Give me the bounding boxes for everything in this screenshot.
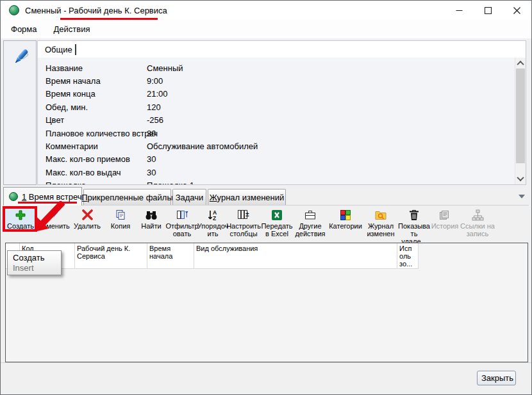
field-value[interactable]: 30 (147, 154, 156, 164)
field-value[interactable]: 30 (147, 129, 156, 138)
close-form-button[interactable]: Закрыть (477, 371, 516, 385)
menu-bar: Форма Действия (1, 20, 531, 38)
field-value[interactable]: Обслуживание автомобилей (147, 141, 258, 151)
column-header-workday[interactable]: Рабочий день К. Сервиса (75, 243, 147, 269)
filter-icon (176, 208, 188, 222)
close-button[interactable] (503, 1, 531, 20)
pen-icon (8, 46, 32, 72)
window-title: Сменный - Рабочий день К. Сервиса (25, 6, 167, 15)
field-value[interactable]: 9:00 (147, 76, 163, 86)
table-header-filler (419, 243, 528, 269)
copy-button[interactable]: Копия (104, 208, 137, 230)
field-label: Время конца (46, 89, 147, 99)
sort-az-icon: AZ (207, 208, 219, 222)
history-icon (438, 208, 451, 222)
delete-x-icon (81, 208, 94, 222)
property-grid: НазваниеСменный Время начала9:00 Время к… (38, 58, 515, 184)
field-value[interactable]: 120 (147, 102, 161, 112)
categories-button[interactable]: Категории (328, 208, 363, 230)
form-scrollbar[interactable] (515, 58, 526, 184)
column-header-usage[interactable]: Исп оль зо... (397, 243, 419, 269)
form-tab-row: Общие (38, 41, 526, 58)
field-row: НазваниеСменный (38, 61, 515, 74)
maximize-button[interactable] (474, 1, 503, 20)
footer-bar: Закрыть (1, 362, 531, 394)
export-excel-button[interactable]: Передать в Excel (261, 208, 293, 238)
minimize-button[interactable] (445, 1, 474, 20)
scroll-up-button[interactable] (515, 58, 526, 69)
field-label: Комментарии (46, 141, 147, 151)
show-deleted-button[interactable]: Показыва ть удале... (398, 208, 430, 245)
field-row: Макс. кол-во выдач30 (38, 166, 515, 179)
titlebar: Сменный - Рабочий день К. Сервиса (1, 1, 531, 20)
column-header-service-type[interactable]: Вид обслуживания (194, 243, 397, 269)
maximize-icon (485, 7, 492, 14)
tab-attached-files[interactable]: Прикрепленные файлы (83, 189, 171, 206)
categories-icon (340, 208, 351, 222)
create-tooltip: Создать Insert (7, 250, 62, 275)
field-value[interactable]: Площадка 1 (147, 181, 194, 184)
field-value[interactable]: 21:00 (147, 89, 168, 99)
change-journal-button[interactable]: Журнал изменен ... (365, 208, 397, 245)
app-icon (9, 5, 19, 15)
field-row: ПлощадкаПлощадка 1 (38, 179, 515, 184)
minimize-icon (456, 7, 463, 14)
field-row: Цвет-256 (38, 114, 515, 127)
tab-general[interactable]: Общие (45, 45, 72, 54)
field-label: Время начала (46, 76, 147, 86)
annotation-arrow (26, 201, 71, 234)
binoculars-icon (145, 208, 158, 222)
field-row: Время конца21:00 (38, 88, 515, 101)
field-value[interactable]: 30 (147, 168, 156, 177)
history-button: История (431, 208, 458, 230)
field-label: Цвет (46, 115, 147, 125)
field-row: Плановое количество встреч30 (38, 127, 515, 140)
tab-overflow-caret[interactable] (519, 195, 525, 198)
columns-icon: ± (237, 208, 250, 222)
annotation-title-underline (60, 18, 158, 20)
tree-links-icon (471, 208, 484, 222)
chevron-up-icon (517, 61, 524, 68)
field-label: Макс. кол-во приемов (46, 154, 147, 164)
form-icon-panel (3, 40, 37, 185)
svg-text:Z: Z (213, 215, 216, 221)
tab-divider (75, 44, 76, 55)
configure-columns-button[interactable]: ± Настроить столбцы (228, 208, 260, 238)
menu-actions[interactable]: Действия (46, 22, 99, 36)
detail-tab-strip: 1 Время встреч Прикрепленные файлы Задач… (3, 187, 529, 206)
field-row: Время начала9:00 (38, 74, 515, 87)
scrollbar-thumb[interactable] (516, 69, 525, 163)
field-row: Обед, мин.120 (38, 101, 515, 113)
field-row: КомментарииОбслуживание автомобилей (38, 140, 515, 152)
tab-sphere-icon (9, 192, 18, 201)
grid-toolbar: Создать Изменить Удалить Копия Найти Отф… (3, 205, 529, 243)
column-header-start-time[interactable]: Время начала (147, 243, 194, 269)
other-actions-button[interactable]: Другие действия (294, 208, 326, 238)
window-controls (445, 1, 531, 20)
record-links-button: Ссылки на запись (460, 208, 495, 238)
app-window: Сменный - Рабочий день К. Сервиса Форма … (0, 0, 532, 395)
tooltip-shortcut: Insert (13, 263, 61, 273)
table-header-row: Код Рабочий день К. Сервиса Время начала… (6, 243, 528, 269)
scroll-down-button[interactable] (515, 173, 526, 184)
svg-text:±: ± (245, 211, 249, 218)
find-button[interactable]: Найти (138, 208, 165, 230)
close-icon (513, 7, 520, 14)
general-form-panel: Общие НазваниеСменный Время начала9:00 В… (37, 40, 526, 185)
tab-change-log[interactable]: Журнал изменений (208, 189, 286, 206)
filter-button[interactable]: Отфильтр овать (166, 208, 198, 238)
copy-icon (115, 208, 126, 222)
briefcase-icon (304, 208, 317, 222)
journal-folder-icon (374, 208, 387, 222)
meeting-times-table: Код Рабочий день К. Сервиса Время начала… (5, 243, 528, 362)
tab-tasks[interactable]: Задачи (172, 189, 206, 206)
chevron-down-icon (517, 174, 524, 181)
field-value[interactable]: -256 (147, 115, 163, 125)
field-value[interactable]: Сменный (147, 63, 183, 73)
sort-button[interactable]: AZ Упорядоч ить (199, 208, 226, 238)
tooltip-title: Создать (13, 253, 61, 263)
field-label: Название (46, 63, 147, 73)
delete-button[interactable]: Удалить (71, 208, 103, 230)
field-label: Плановое количество встреч (46, 129, 147, 138)
menu-form[interactable]: Форма (3, 22, 46, 36)
